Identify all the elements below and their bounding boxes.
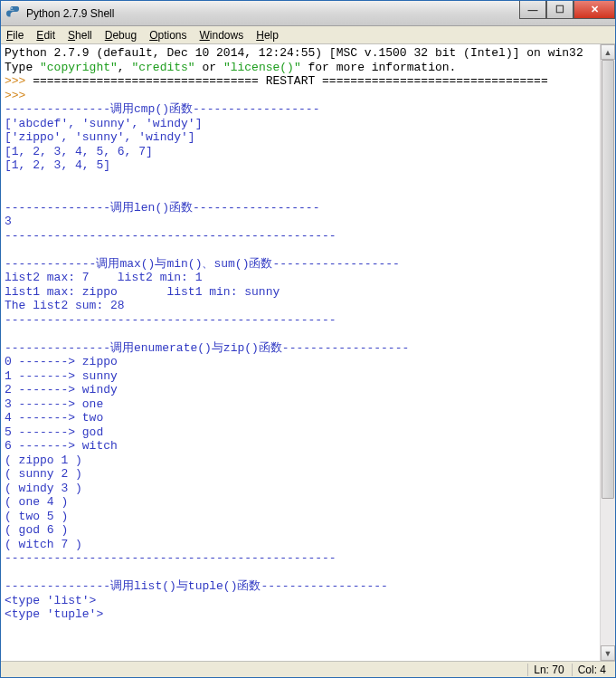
zip-3: ( one 4 )	[5, 495, 68, 509]
menu-debug[interactable]: Debug	[105, 29, 137, 42]
zip-5: ( god 6 )	[5, 523, 68, 537]
info-sep2: or	[195, 61, 223, 74]
prompt2: >>>	[5, 89, 33, 102]
cmp-l2: ['zippo', 'sunny', 'windy']	[5, 130, 195, 144]
menu-file[interactable]: File	[6, 29, 24, 42]
titlebar: Python 2.7.9 Shell — ☐ ✕	[1, 1, 615, 26]
enum-3: 3 -------> one	[5, 397, 103, 411]
sec-list: ---------------调用list()与tuple()函数-------…	[5, 579, 388, 593]
menubar: File Edit Shell Debug Options Windows He…	[1, 26, 615, 44]
sec-enum: ---------------调用enumerate()与zip()函数----…	[5, 341, 409, 355]
zip-6: ( witch 7 )	[5, 538, 82, 551]
sec-len: ---------------调用len()函数----------------…	[5, 201, 319, 215]
status-line: Ln: 70	[527, 664, 569, 676]
len-l1: 3	[5, 215, 12, 228]
menu-help[interactable]: Help	[256, 29, 279, 42]
type-tuple: <type 'tuple'>	[5, 607, 103, 621]
mm-l3: The list2 sum: 28	[5, 299, 125, 312]
cmp-l1: ['abcdef', 'sunny', 'windy']	[5, 117, 202, 130]
type-list: <type 'list'>	[5, 594, 96, 607]
version-line: Python 2.7.9 (default, Dec 10 2014, 12:2…	[5, 46, 583, 60]
scroll-thumb[interactable]	[602, 60, 614, 499]
cmp-l3: [1, 2, 3, 4, 5, 6, 7]	[5, 145, 153, 158]
enum-4: 4 -------> two	[5, 411, 103, 425]
menu-options[interactable]: Options	[149, 29, 186, 42]
minimize-button[interactable]: —	[519, 1, 546, 19]
enum-1: 1 -------> sunny	[5, 369, 118, 383]
dash2: ----------------------------------------…	[5, 313, 336, 327]
vertical-scrollbar[interactable]: ▲ ▼	[600, 44, 615, 661]
close-button[interactable]: ✕	[573, 1, 615, 19]
cmp-l4: [1, 2, 3, 4, 5]	[5, 158, 110, 172]
info-str2: "credits"	[131, 61, 194, 74]
scroll-track[interactable]	[601, 60, 615, 645]
enum-5: 5 -------> god	[5, 425, 103, 439]
mm-l2: list1 max: zippo list1 min: sunny	[5, 285, 280, 299]
restart-line: ================================ RESTART…	[33, 74, 548, 88]
info-str3: "license()"	[223, 61, 301, 74]
maximize-button[interactable]: ☐	[546, 1, 573, 19]
info-str1: "copyright"	[40, 61, 118, 74]
menu-windows[interactable]: Windows	[200, 29, 244, 42]
status-col: Col: 4	[572, 664, 611, 676]
dash1: ----------------------------------------…	[5, 229, 336, 243]
info-prefix: Type	[5, 61, 40, 74]
scroll-up-button[interactable]: ▲	[601, 44, 615, 60]
statusbar: Ln: 70 Col: 4	[1, 661, 615, 677]
sec-cmp: ---------------调用cmp()函数----------------…	[5, 102, 319, 116]
info-sep1: ,	[118, 61, 132, 74]
scroll-down-button[interactable]: ▼	[601, 645, 615, 661]
prompt1: >>>	[5, 74, 33, 88]
enum-6: 6 -------> witch	[5, 439, 118, 453]
zip-4: ( two 5 )	[5, 510, 68, 523]
enum-2: 2 -------> windy	[5, 383, 118, 396]
window-title: Python 2.7.9 Shell	[26, 7, 114, 20]
zip-0: ( zippo 1 )	[5, 454, 82, 467]
svg-point-0	[11, 7, 13, 9]
app-icon	[6, 6, 21, 21]
mm-l1: list2 max: 7 list2 min: 1	[5, 271, 202, 284]
enum-0: 0 -------> zippo	[5, 355, 118, 368]
content-area: Python 2.7.9 (default, Dec 10 2014, 12:2…	[1, 44, 615, 661]
shell-output[interactable]: Python 2.7.9 (default, Dec 10 2014, 12:2…	[1, 44, 600, 661]
info-suffix: for more information.	[301, 61, 457, 74]
zip-1: ( sunny 2 )	[5, 467, 82, 481]
zip-2: ( windy 3 )	[5, 482, 82, 495]
window-buttons: — ☐ ✕	[519, 1, 615, 19]
dash3: ----------------------------------------…	[5, 551, 336, 565]
menu-edit[interactable]: Edit	[36, 29, 55, 42]
sec-maxmin: -------------调用max()与min()、sum()函数------…	[5, 257, 400, 271]
menu-shell[interactable]: Shell	[68, 29, 92, 42]
